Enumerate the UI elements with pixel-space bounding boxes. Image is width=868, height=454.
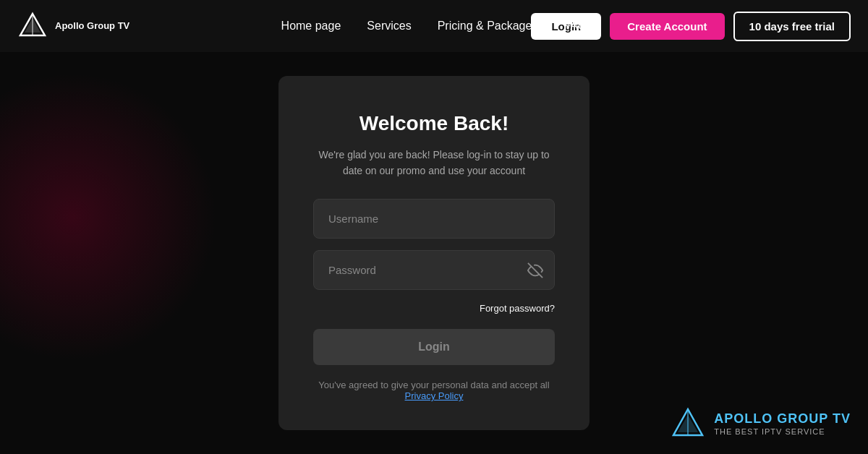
logo[interactable]: Apollo Group TV [17, 11, 129, 41]
nav-faq[interactable]: FAQ [563, 20, 587, 33]
watermark-tagline: THE BEST IPTV SERVICE [714, 427, 851, 436]
password-input[interactable] [313, 250, 555, 290]
toggle-password-button[interactable] [527, 262, 543, 278]
brand-watermark: APOLLO GROUP TV THE BEST IPTV SERVICE [671, 406, 851, 441]
forgot-link[interactable]: Forgot password? [480, 303, 555, 314]
username-input[interactable] [313, 199, 555, 239]
nav-home[interactable]: Home page [281, 20, 341, 33]
logo-text: Apollo Group TV [55, 20, 129, 33]
main-nav: Home page Services Pricing & Packages FA… [281, 20, 587, 33]
username-group [313, 199, 555, 239]
logo-icon [17, 11, 48, 41]
create-account-button[interactable]: Create Account [610, 13, 724, 40]
password-group [313, 250, 555, 290]
privacy-policy-link[interactable]: Privacy Policy [405, 390, 464, 401]
nav-pricing[interactable]: Pricing & Packages [438, 20, 538, 33]
main-content: Welcome Back! We're glad you are back! P… [0, 52, 868, 454]
nav-services[interactable]: Services [367, 20, 411, 33]
watermark-logo-icon [671, 406, 705, 441]
watermark-text: APOLLO GROUP TV THE BEST IPTV SERVICE [714, 411, 851, 436]
card-subtitle: We're glad you are back! Please log-in t… [313, 147, 555, 179]
eye-off-icon [527, 262, 543, 278]
privacy-notice: You've agreed to give your personal data… [313, 380, 555, 401]
navbar: Apollo Group TV Home page Services Prici… [0, 0, 868, 52]
forgot-password-link[interactable]: Forgot password? [313, 301, 555, 314]
card-title: Welcome Back! [313, 112, 555, 135]
login-submit-button[interactable]: Login [313, 329, 555, 365]
login-card: Welcome Back! We're glad you are back! P… [278, 76, 590, 431]
watermark-name: APOLLO GROUP TV [714, 411, 851, 427]
trial-button[interactable]: 10 days free trial [733, 12, 851, 41]
